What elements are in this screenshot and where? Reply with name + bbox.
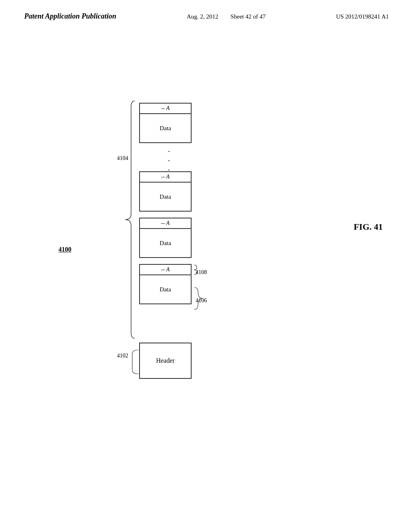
box-2-header: -- A bbox=[140, 172, 191, 183]
label-4100: 4100 bbox=[58, 246, 71, 253]
ellipsis-dots: ··· bbox=[159, 147, 179, 175]
box-3-header: -- A bbox=[140, 218, 191, 229]
box-4-header: -- A bbox=[140, 265, 191, 275]
header-box-label: Header bbox=[140, 343, 191, 378]
brace-4106 bbox=[192, 287, 204, 310]
header-center: Aug. 2, 2012 Sheet 42 of 47 bbox=[187, 13, 265, 20]
data-box-4: -- A Data bbox=[139, 264, 192, 304]
box-3-data: Data bbox=[140, 229, 191, 257]
page-header: Patent Application Publication Aug. 2, 2… bbox=[0, 12, 413, 21]
box-1-data: Data bbox=[140, 114, 191, 142]
data-box-3: -- A Data bbox=[139, 218, 192, 258]
box-2-data: Data bbox=[140, 183, 191, 211]
brace-4108 bbox=[192, 265, 204, 275]
diagram-area: 4100 4104 -- A Data ··· -- A Data -- A D… bbox=[0, 48, 413, 516]
publication-title: Patent Application Publication bbox=[24, 12, 116, 21]
brace-4104 bbox=[123, 101, 139, 339]
label-4102: 4102 bbox=[117, 353, 128, 359]
header-box: Header bbox=[139, 343, 192, 379]
box-1-header: -- A bbox=[140, 104, 191, 114]
data-box-2: -- A Data bbox=[139, 171, 192, 212]
brace-4102 bbox=[129, 350, 139, 374]
data-box-1: -- A Data bbox=[139, 103, 192, 143]
box-4-data: Data bbox=[140, 275, 191, 303]
patent-number: US 2012/0198241 A1 bbox=[336, 13, 389, 20]
figure-label: FIG. 41 bbox=[354, 222, 383, 232]
sheet-info: Sheet 42 of 47 bbox=[230, 13, 265, 20]
publication-date: Aug. 2, 2012 bbox=[187, 13, 218, 20]
